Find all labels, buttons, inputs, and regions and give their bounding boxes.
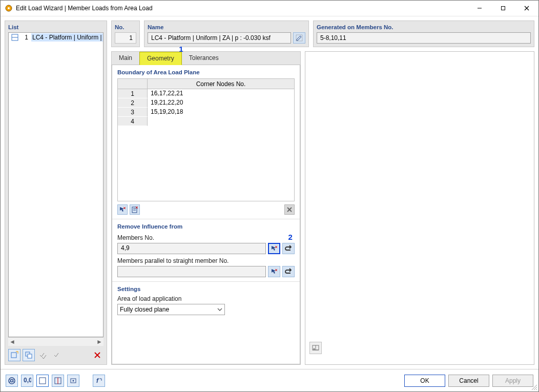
svg-rect-37 (39, 378, 46, 384)
name-field[interactable]: LC4 - Platform | Uniform | ZA | p : -0.0… (148, 32, 291, 44)
svg-text:0,00: 0,00 (24, 377, 31, 384)
members-no-label: Members No. 2 (117, 233, 295, 241)
table-row: 315,19,20,18 (118, 108, 294, 117)
callout-2: 2 (288, 233, 292, 241)
members-no-input[interactable]: 4,9 (117, 243, 266, 254)
delete-item-button[interactable] (91, 349, 103, 361)
generated-label: Generated on Members No. (317, 24, 531, 30)
remove-influence-title: Remove Influence from (117, 223, 295, 230)
script-button[interactable]: f (93, 375, 105, 387)
close-button[interactable] (515, 1, 538, 16)
no-label: No. (115, 24, 136, 30)
titlebar: Edit Load Wizard | Member Loads from Are… (1, 1, 538, 16)
view-a-button[interactable] (36, 375, 49, 387)
pick-members-button[interactable] (268, 243, 280, 254)
name-label: Name (148, 24, 305, 30)
preview-view-button[interactable] (309, 342, 322, 354)
svg-rect-8 (11, 353, 16, 358)
ok-button[interactable]: OK (404, 375, 445, 387)
help-button[interactable] (6, 375, 18, 387)
minimize-button[interactable] (468, 1, 491, 16)
list-box[interactable]: 1 LC4 - Platform | Uniform | ZA | p : (8, 32, 103, 337)
svg-text:*: * (16, 351, 18, 355)
units-button[interactable]: 0,00 (21, 375, 33, 387)
settings-group: Settings Area of load application Fully … (112, 282, 300, 319)
svg-point-41 (73, 380, 74, 381)
preview-panel (305, 51, 534, 365)
edit-name-button[interactable] (293, 32, 305, 44)
table-row: 219,21,22,20 (118, 98, 294, 108)
maximize-button[interactable] (491, 1, 515, 16)
list-header: List (8, 24, 103, 30)
tab-tolerances[interactable]: Tolerances (182, 52, 226, 65)
chevron-down-icon (217, 307, 222, 312)
list-item-number: 1 (21, 34, 28, 41)
parallel-label: Members parallel to straight member No. (117, 257, 295, 264)
svg-point-31 (11, 379, 13, 382)
check-b-button[interactable] (51, 349, 64, 361)
clear-grid-button[interactable] (284, 204, 295, 215)
window-title: Edit Load Wizard | Member Loads from Are… (16, 5, 468, 12)
pick-parallel-button[interactable] (268, 266, 280, 277)
tab-geometry[interactable]: Geometry 1 (139, 52, 182, 65)
no-field[interactable]: 1 (115, 32, 136, 44)
name-panel: Name LC4 - Platform | Uniform | ZA | p :… (144, 20, 309, 47)
remove-influence-group: Remove Influence from Members No. 2 4,9 … (112, 219, 300, 282)
corner-nodes-grid[interactable]: Corner Nodes No. 116,17,22,21 219,21,22,… (117, 78, 295, 201)
list-panel: List 1 LC4 - Platform | Uniform | ZA | p… (5, 20, 107, 365)
table-row: 116,17,22,21 (118, 89, 294, 98)
cancel-button[interactable]: Cancel (448, 375, 489, 387)
reset-members-button[interactable] (282, 243, 295, 254)
list-item[interactable]: 1 LC4 - Platform | Uniform | ZA | p : (9, 33, 103, 42)
svg-point-1 (8, 7, 10, 9)
list-scrollbar[interactable]: ◄► (8, 337, 103, 346)
svg-rect-11 (28, 354, 32, 358)
table-row: 4 (118, 117, 294, 126)
apply-button[interactable]: Apply (492, 375, 533, 387)
list-item-label: LC4 - Platform | Uniform | ZA | p : (31, 33, 103, 42)
generated-field: 5-8,10,11 (317, 32, 531, 44)
check-a-button[interactable] (37, 349, 49, 361)
area-select[interactable]: Fully closed plane (117, 304, 225, 315)
svg-point-29 (314, 348, 315, 350)
generated-panel: Generated on Members No. 5-8,10,11 (313, 20, 534, 47)
svg-rect-14 (296, 35, 302, 41)
svg-rect-3 (502, 7, 505, 10)
app-icon (5, 4, 13, 12)
svg-line-45 (536, 389, 537, 390)
view-c-button[interactable] (67, 375, 79, 387)
area-label: Area of load application (117, 295, 295, 302)
resize-grip[interactable] (530, 383, 537, 390)
corner-nodes-col-header: Corner Nodes No. (148, 79, 294, 89)
load-icon (11, 33, 19, 42)
tab-bar: Main Geometry 1 Tolerances (112, 52, 300, 65)
pick-nodes-button[interactable] (117, 204, 128, 215)
copy-item-button[interactable] (23, 349, 35, 361)
svg-text:f: f (96, 377, 99, 384)
list-nodes-button[interactable] (130, 204, 140, 215)
new-item-button[interactable]: * (8, 349, 20, 361)
reset-parallel-button[interactable] (282, 266, 295, 277)
boundary-title: Boundary of Area Load Plane (117, 69, 295, 75)
boundary-group: Boundary of Area Load Plane Corner Nodes… (112, 65, 300, 219)
svg-point-30 (9, 378, 15, 384)
parallel-input[interactable] (117, 266, 266, 277)
area-select-value: Fully closed plane (120, 306, 169, 313)
settings-title: Settings (117, 286, 295, 292)
no-panel: No. 1 (111, 20, 140, 47)
tab-main[interactable]: Main (112, 52, 139, 65)
view-b-button[interactable] (52, 375, 64, 387)
